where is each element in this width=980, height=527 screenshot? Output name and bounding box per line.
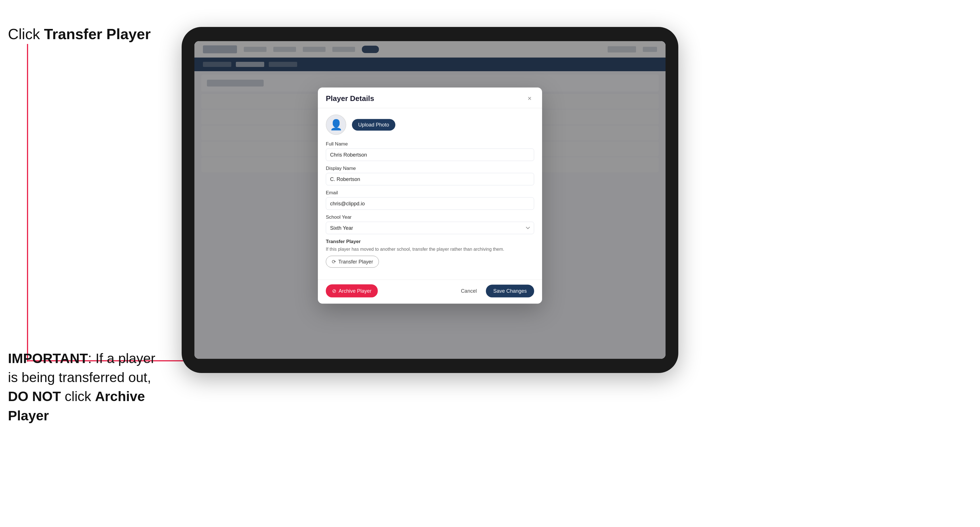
transfer-player-icon: ⟳ [332, 259, 336, 265]
display-name-input[interactable] [326, 173, 534, 186]
instruction-top-bold: Transfer Player [44, 26, 151, 42]
tablet-screen: Player Details × 👤 Upload Photo Full Nam… [194, 41, 665, 359]
transfer-player-button-label: Transfer Player [338, 259, 373, 265]
instruction-bottom: IMPORTANT: If a player is being transfer… [8, 349, 167, 425]
avatar-section: 👤 Upload Photo [326, 114, 534, 135]
school-year-select[interactable]: First Year Second Year Third Year Fourth… [326, 222, 534, 234]
modal-close-button[interactable]: × [525, 94, 534, 103]
annotation-line-vertical [27, 44, 28, 362]
display-name-group: Display Name [326, 166, 534, 186]
upload-photo-button[interactable]: Upload Photo [352, 119, 395, 130]
transfer-player-button[interactable]: ⟳ Transfer Player [326, 256, 379, 268]
instruction-top: Click Transfer Player [8, 25, 151, 43]
instruction-do-not: DO NOT [8, 389, 61, 404]
footer-right: Cancel Save Changes [457, 284, 534, 297]
email-label: Email [326, 190, 534, 196]
modal-header: Player Details × [318, 88, 542, 108]
cancel-button[interactable]: Cancel [457, 284, 481, 297]
footer-left: ⊘ Archive Player [326, 284, 378, 298]
save-changes-button[interactable]: Save Changes [486, 284, 534, 297]
school-year-group: School Year First Year Second Year Third… [326, 214, 534, 234]
archive-player-label: Archive Player [339, 288, 372, 294]
display-name-label: Display Name [326, 166, 534, 171]
email-input[interactable] [326, 197, 534, 210]
modal-footer: ⊘ Archive Player Cancel Save Changes [318, 280, 542, 304]
transfer-player-section: Transfer Player If this player has moved… [326, 239, 534, 268]
instruction-important: IMPORTANT [8, 351, 88, 366]
full-name-input[interactable] [326, 149, 534, 161]
tablet-device: Player Details × 👤 Upload Photo Full Nam… [181, 27, 678, 373]
player-details-modal: Player Details × 👤 Upload Photo Full Nam… [318, 88, 542, 304]
avatar-icon: 👤 [330, 119, 342, 131]
archive-player-icon: ⊘ [332, 288, 336, 294]
instruction-top-prefix: Click [8, 26, 44, 42]
modal-body: 👤 Upload Photo Full Name Display Name Em… [318, 108, 542, 280]
school-year-label: School Year [326, 214, 534, 220]
full-name-label: Full Name [326, 141, 534, 147]
full-name-group: Full Name [326, 141, 534, 161]
transfer-section-title: Transfer Player [326, 239, 534, 244]
email-group: Email [326, 190, 534, 210]
avatar-circle: 👤 [326, 114, 346, 135]
transfer-section-description: If this player has moved to another scho… [326, 246, 534, 252]
archive-player-button[interactable]: ⊘ Archive Player [326, 284, 378, 298]
modal-title: Player Details [326, 94, 374, 103]
